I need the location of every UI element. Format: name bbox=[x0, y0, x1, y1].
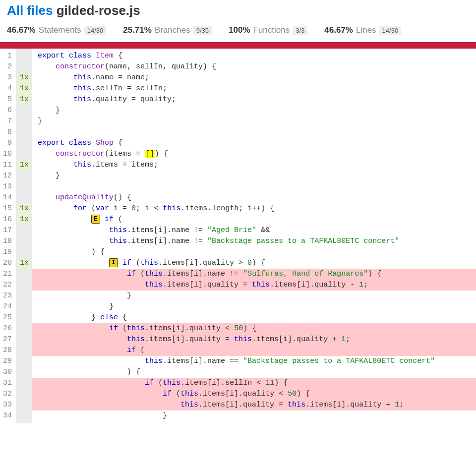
source-code[interactable]: export class Item { constructor(name, se… bbox=[32, 49, 476, 423]
line-number: 4 bbox=[3, 83, 12, 94]
hit-count bbox=[18, 312, 30, 323]
stat-frac: 3/3 bbox=[293, 26, 307, 35]
hit-count bbox=[18, 138, 30, 149]
stat-label: Functions bbox=[253, 25, 290, 35]
code-line[interactable]: this.items[i].quality = this.items[i].qu… bbox=[32, 334, 476, 345]
hit-count bbox=[18, 400, 30, 410]
stat-label: Branches bbox=[155, 25, 190, 35]
code-line[interactable]: if (this.items[i].name != "Sulfuras, Han… bbox=[32, 269, 476, 280]
code-line[interactable]: export class Item { bbox=[32, 51, 476, 61]
line-number: 2 bbox=[3, 61, 12, 72]
hit-count bbox=[18, 105, 30, 116]
line-number: 21 bbox=[3, 269, 12, 280]
code-line[interactable]: } bbox=[32, 171, 476, 181]
code-line[interactable]: this.items[i].name == "Backstage passes … bbox=[32, 356, 476, 367]
code-line[interactable]: this.items = items; bbox=[32, 160, 476, 171]
line-number: 20 bbox=[3, 258, 12, 269]
coverage-header: All files gilded-rose.js 46.67% Statemen… bbox=[0, 0, 476, 42]
line-number: 5 bbox=[3, 94, 12, 105]
code-line[interactable] bbox=[32, 127, 476, 138]
line-number: 17 bbox=[3, 225, 12, 236]
code-line[interactable]: } bbox=[32, 301, 476, 312]
breadcrumb: All files gilded-rose.js bbox=[7, 3, 469, 18]
line-number: 1 bbox=[3, 51, 12, 61]
hit-count bbox=[18, 389, 30, 400]
hit-count bbox=[18, 247, 30, 258]
hit-count bbox=[18, 269, 30, 280]
hit-count bbox=[18, 301, 30, 312]
code-line[interactable]: ) { bbox=[32, 247, 476, 258]
code-line[interactable]: for (var i = 0; i < this.items.length; i… bbox=[32, 203, 476, 214]
hit-count bbox=[18, 280, 30, 291]
code-line[interactable]: constructor(name, sellIn, quality) { bbox=[32, 61, 476, 72]
code-line[interactable]: E if ( bbox=[32, 214, 476, 225]
hit-count bbox=[18, 171, 30, 181]
line-number: 6 bbox=[3, 105, 12, 116]
hit-count bbox=[18, 236, 30, 247]
branch-else-tag: E bbox=[91, 215, 100, 224]
line-number: 3 bbox=[3, 72, 12, 83]
hit-count: 1x bbox=[18, 258, 30, 269]
code-line[interactable]: if (this.items[i].quality < 50) { bbox=[32, 389, 476, 400]
line-number: 23 bbox=[3, 291, 12, 301]
line-number: 11 bbox=[3, 160, 12, 171]
code-line[interactable]: this.items[i].quality = this.items[i].qu… bbox=[32, 400, 476, 410]
hit-count: 1x bbox=[18, 160, 30, 171]
line-number: 34 bbox=[3, 410, 12, 421]
line-number: 25 bbox=[3, 312, 12, 323]
breadcrumb-file: gilded-rose.js bbox=[57, 3, 140, 18]
stat-frac: 9/35 bbox=[193, 26, 212, 35]
code-line[interactable]: this.quality = quality; bbox=[32, 94, 476, 105]
hit-count bbox=[18, 367, 30, 378]
coverage-stats: 46.67% Statements 14/30 25.71% Branches … bbox=[7, 25, 469, 42]
code-line[interactable]: this.items[i].name != "Backstage passes … bbox=[32, 236, 476, 247]
line-number: 26 bbox=[3, 323, 12, 334]
branch-if-tag: I bbox=[109, 258, 118, 267]
line-number: 28 bbox=[3, 345, 12, 356]
hit-counts: 1x1x1x1x1x1x1x bbox=[16, 49, 32, 423]
line-number: 18 bbox=[3, 236, 12, 247]
stat-branches: 25.71% Branches 9/35 bbox=[123, 25, 212, 35]
code-line[interactable]: I if (this.items[i].quality > 0) { bbox=[32, 258, 476, 269]
code-line[interactable]: constructor(items = []) { bbox=[32, 149, 476, 160]
hit-count bbox=[18, 181, 30, 192]
code-line[interactable]: if (this.items[i].quality < 50) { bbox=[32, 323, 476, 334]
line-number: 32 bbox=[3, 389, 12, 400]
line-number: 30 bbox=[3, 367, 12, 378]
stat-pct: 46.67% bbox=[324, 25, 353, 35]
code-line[interactable]: if ( bbox=[32, 345, 476, 356]
line-number: 15 bbox=[3, 203, 12, 214]
code-line[interactable]: this.items[i].quality = this.items[i].qu… bbox=[32, 280, 476, 291]
code-line[interactable]: this.items[i].name != "Aged Brie" && bbox=[32, 225, 476, 236]
hit-count bbox=[18, 291, 30, 301]
hit-count bbox=[18, 356, 30, 367]
code-line[interactable]: export class Shop { bbox=[32, 138, 476, 149]
line-number: 22 bbox=[3, 280, 12, 291]
code-line[interactable]: } bbox=[32, 291, 476, 301]
hit-count bbox=[18, 378, 30, 389]
hit-count bbox=[18, 323, 30, 334]
code-line[interactable]: } bbox=[32, 105, 476, 116]
code-line[interactable]: } bbox=[32, 116, 476, 127]
coverage-status-bar bbox=[0, 42, 476, 49]
code-line[interactable]: updateQuality() { bbox=[32, 192, 476, 203]
hit-count bbox=[18, 225, 30, 236]
code-line[interactable] bbox=[32, 181, 476, 192]
stat-functions: 100% Functions 3/3 bbox=[229, 25, 307, 35]
line-number: 7 bbox=[3, 116, 12, 127]
code-line[interactable]: } else { bbox=[32, 312, 476, 323]
stat-frac: 14/30 bbox=[379, 26, 402, 35]
code-line[interactable]: this.name = name; bbox=[32, 72, 476, 83]
code-line[interactable]: if (this.items[i].sellIn < 11) { bbox=[32, 378, 476, 389]
hit-count: 1x bbox=[18, 94, 30, 105]
code-viewer: 1234567891011121314151617181920212223242… bbox=[0, 49, 476, 423]
code-line[interactable]: ) { bbox=[32, 367, 476, 378]
line-number: 16 bbox=[3, 214, 12, 225]
stat-statements: 46.67% Statements 14/30 bbox=[7, 25, 106, 35]
code-line[interactable]: } bbox=[32, 410, 476, 421]
breadcrumb-root-link[interactable]: All files bbox=[7, 3, 53, 18]
line-number: 19 bbox=[3, 247, 12, 258]
code-line[interactable]: this.sellIn = sellIn; bbox=[32, 83, 476, 94]
stat-lines: 46.67% Lines 14/30 bbox=[324, 25, 401, 35]
line-numbers: 1234567891011121314151617181920212223242… bbox=[0, 49, 16, 423]
